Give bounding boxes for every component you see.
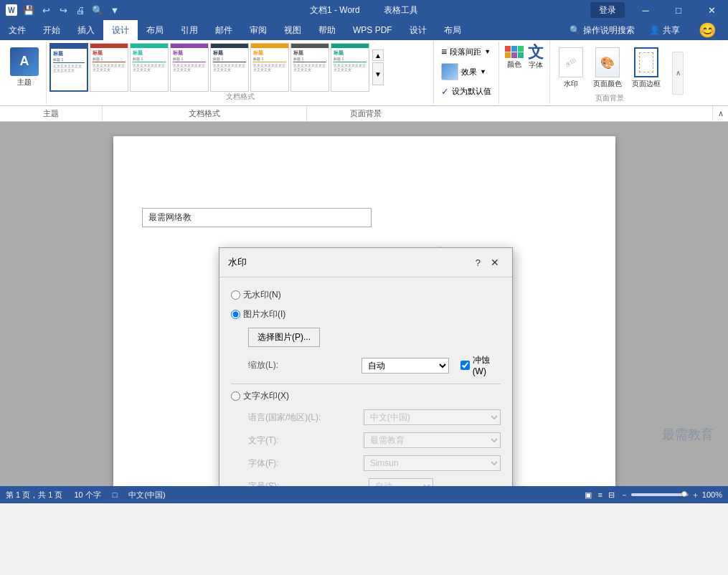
colors-button[interactable]: 颜色 — [505, 46, 524, 70]
page-border-label: 页面边框 — [632, 79, 661, 89]
page-color-button[interactable]: 🎨 页面颜色 — [590, 44, 625, 92]
tab-mail[interactable]: 邮件 — [207, 20, 241, 40]
main-toolbar: A 主题 标题 标题 1 正文正文正文正文正文正文正文 标题 — [0, 40, 728, 106]
undo-icon[interactable]: ↩ — [39, 3, 53, 17]
washout-checkbox[interactable] — [460, 361, 470, 370]
font-label: 字体(F): — [248, 457, 358, 470]
text-watermark-radio[interactable] — [231, 391, 240, 401]
theme-group: A 主题 — [3, 42, 47, 104]
theme-preview-3[interactable]: 标题 标题 1 正文正文正文正文正文正文正文 — [130, 43, 169, 92]
tab-wps-pdf[interactable]: WPS PDF — [344, 20, 401, 40]
search-operations-label: 操作说明搜索 — [583, 24, 635, 37]
view-icon-3[interactable]: ⊟ — [608, 490, 615, 500]
no-watermark-radio[interactable] — [231, 290, 240, 300]
font-row: 字体(F): Simsun — [231, 455, 501, 471]
page-bg-section: 水印 水印 🎨 页面颜色 页面边框 页面背景 — [550, 42, 669, 104]
tab-insert[interactable]: 插入 — [69, 20, 103, 40]
theme-section-label: 主题 — [0, 106, 103, 121]
collapse-ribbon-btn[interactable]: ∧ — [712, 106, 728, 122]
theme-preview-4[interactable]: 标题 标题 1 正文正文正文正文正文正文正文 — [170, 43, 209, 92]
page-top-space — [142, 165, 587, 208]
no-watermark-label[interactable]: 无水印(N) — [231, 289, 281, 301]
theme-button[interactable]: A 主题 — [7, 45, 42, 90]
tab-view[interactable]: 视图 — [275, 20, 310, 40]
watermark-label: 水印 — [564, 79, 578, 89]
tab-layout[interactable]: 布局 — [138, 20, 172, 40]
redo-icon[interactable]: ↪ — [56, 3, 70, 17]
dialog-help-btn[interactable]: ? — [476, 257, 481, 268]
maximize-button[interactable]: □ — [662, 0, 695, 20]
more-icon[interactable]: ▼ — [108, 3, 122, 17]
scale-select[interactable]: 自动 — [361, 358, 449, 374]
tab-table-design[interactable]: 设计 — [401, 20, 435, 40]
select-image-row: 选择图片(P)... — [231, 328, 501, 347]
text-watermark-label[interactable]: 文字水印(X) — [231, 390, 289, 402]
theme-preview-1[interactable]: 标题 标题 1 正文正文正文正文正文正文正文 — [49, 43, 88, 92]
theme-preview-5[interactable]: 标题 标题 1 正文正文正文正文正文正文正文 — [210, 43, 249, 92]
theme-preview-6[interactable]: 标题 标题 1 正文正文正文正文正文正文正文 — [250, 43, 289, 92]
font-select[interactable]: Simsun — [364, 455, 501, 471]
title-center: 文档1 - Word 表格工具 — [310, 4, 418, 16]
search-operations-button[interactable]: 🔍 操作说明搜索 — [562, 24, 642, 37]
zoom-section: － ＋ 100% — [620, 490, 722, 500]
size-select[interactable]: 自动 — [369, 478, 433, 486]
tab-help[interactable]: 帮助 — [310, 20, 344, 40]
language-select[interactable]: 中文(中国) — [364, 409, 501, 425]
set-default-check-icon: ✓ — [441, 86, 449, 97]
quick-access-toolbar: 💾 ↩ ↪ 🖨 🔍 ▼ — [22, 3, 122, 17]
title-bar-right: 登录 ─ □ ✕ — [590, 0, 728, 20]
select-image-btn[interactable]: 选择图片(P)... — [248, 328, 320, 347]
share-button[interactable]: 👤 共享 — [642, 24, 687, 37]
zoom-slider[interactable] — [631, 493, 689, 496]
paragraph-spacing-arrow: ▼ — [484, 48, 491, 55]
status-right: ▣ ≡ ⊟ － ＋ 100% — [585, 490, 722, 500]
search-icon[interactable]: 🔍 — [90, 3, 105, 17]
effects-arrow: ▼ — [480, 68, 486, 75]
tab-design[interactable]: 设计 — [103, 20, 138, 40]
view-icon-2[interactable]: ≡ — [597, 490, 602, 499]
print-icon[interactable]: 🖨 — [73, 3, 88, 17]
dialog-close-btn[interactable]: ✕ — [486, 254, 504, 271]
zoom-minus-btn[interactable]: － — [620, 490, 628, 500]
gallery-up-btn[interactable]: ▲ — [372, 49, 384, 61]
theme-preview-2[interactable]: 标题 标题 1 正文正文正文正文正文正文正文 — [90, 43, 128, 92]
page-border-button[interactable]: 页面边框 — [629, 44, 663, 92]
tab-table-layout[interactable]: 布局 — [435, 20, 470, 40]
image-watermark-label[interactable]: 图片水印(I) — [231, 308, 285, 320]
theme-preview-8[interactable]: 标题 标题 1 正文正文正文正文正文正文正文 — [331, 43, 369, 92]
view-icon-1[interactable]: ▣ — [585, 490, 592, 500]
tab-review[interactable]: 审阅 — [241, 20, 275, 40]
toolbar-collapse-btn[interactable]: ∧ — [669, 42, 686, 104]
gallery-scroll[interactable]: ▲ ▼ — [372, 49, 384, 85]
minimize-button[interactable]: ─ — [629, 0, 662, 20]
image-watermark-text: 图片水印(I) — [243, 308, 285, 320]
section-labels-bar: 主题 文档格式 页面背景 ∧ — [0, 106, 728, 122]
paragraph-spacing-button[interactable]: ≡ 段落间距 ▼ — [438, 44, 493, 59]
input-mode-icon: □ — [113, 490, 118, 499]
washout-label[interactable]: 冲蚀(W) — [460, 354, 501, 376]
tab-home[interactable]: 开始 — [34, 20, 69, 40]
gallery-down-btn[interactable]: ▼ — [372, 62, 384, 85]
status-bar: 第 1 页，共 1 页 10 个字 □ 中文(中国) ▣ ≡ ⊟ － ＋ 100… — [0, 486, 728, 503]
emoji-button[interactable]: 😊 — [691, 22, 724, 39]
dialog-body: 无水印(N) 图片水印(I) 选择图片(P)... 缩放(L): 自动 — [219, 277, 512, 486]
content-area: 最需教育 最需网络教 水印 ? ✕ 无水印(N) — [0, 122, 728, 486]
tab-file[interactable]: 文件 — [0, 20, 34, 40]
search-operations-icon: 🔍 — [569, 25, 580, 35]
set-default-button[interactable]: ✓ 设为默认值 — [438, 85, 494, 98]
theme-preview-7[interactable]: 标题 标题 1 正文正文正文正文正文正文正文 — [290, 43, 329, 92]
title-bar-left: W 💾 ↩ ↪ 🖨 🔍 ▼ — [0, 3, 128, 17]
text-select[interactable]: 最需教育 — [364, 432, 501, 448]
zoom-plus-btn[interactable]: ＋ — [691, 490, 699, 500]
tab-references[interactable]: 引用 — [172, 20, 207, 40]
fonts-label: 字体 — [529, 60, 543, 70]
close-button[interactable]: ✕ — [695, 0, 728, 20]
image-watermark-radio[interactable] — [231, 310, 240, 319]
save-icon[interactable]: 💾 — [22, 3, 36, 17]
login-button[interactable]: 登录 — [590, 2, 625, 18]
text-label: 文字(T): — [248, 434, 358, 447]
effects-button[interactable]: 效果 ▼ — [438, 62, 489, 82]
watermark-button[interactable]: 水印 水印 — [556, 44, 586, 92]
fonts-button[interactable]: 文 字体 — [528, 44, 544, 70]
word-count: 10 个字 — [74, 490, 100, 500]
